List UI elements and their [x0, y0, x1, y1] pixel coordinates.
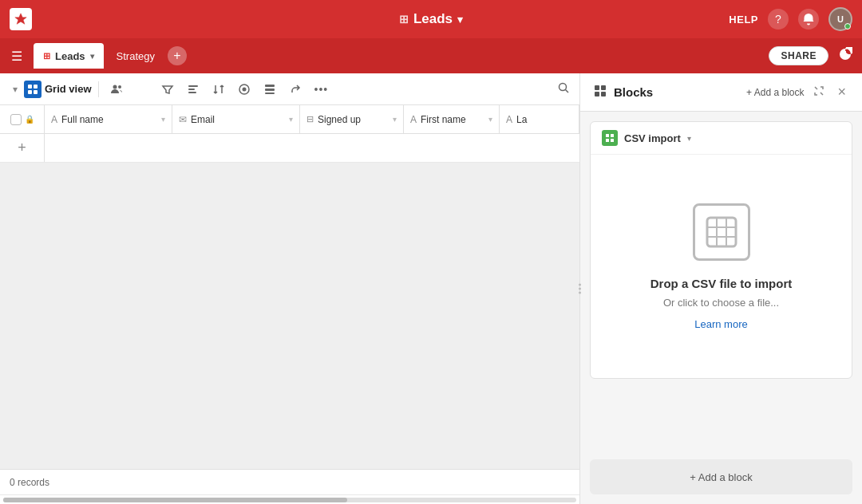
drag-dot — [579, 288, 581, 290]
col-last-label: La — [516, 114, 527, 125]
people-button[interactable] — [105, 80, 128, 99]
svg-rect-22 — [606, 139, 609, 142]
col-email-sort[interactable]: ▾ — [289, 115, 293, 124]
col-full-name-type-icon: A — [51, 114, 57, 125]
col-signed-up-sort[interactable]: ▾ — [393, 115, 397, 124]
col-first-name-label: First name — [421, 114, 466, 125]
drag-dot — [579, 284, 581, 286]
toolbar-separator — [98, 81, 99, 97]
col-first-name-type-icon: A — [410, 114, 417, 125]
scroll-track — [3, 498, 576, 502]
svg-rect-0 — [28, 85, 32, 89]
tab-leads-arrow[interactable]: ▾ — [90, 52, 94, 61]
col-first-name-sort[interactable]: ▾ — [488, 115, 492, 124]
sort-button[interactable] — [208, 80, 230, 99]
grid-bottom: 0 records — [0, 469, 579, 504]
menu-icon[interactable]: ☰ — [6, 44, 27, 69]
add-tab-icon: + — [173, 49, 180, 63]
more-options-button[interactable]: ••• — [310, 80, 334, 99]
svg-rect-6 — [188, 85, 198, 87]
column-full-name[interactable]: A Full name ▾ — [45, 105, 172, 133]
filter-button[interactable] — [156, 80, 179, 99]
add-row-icon[interactable]: + — [18, 140, 26, 156]
top-nav: ⊞ Leads ▾ HELP ? U — [0, 0, 862, 38]
svg-rect-7 — [188, 89, 195, 90]
col-full-name-label: Full name — [61, 114, 104, 125]
col-email-type-icon: ✉ — [179, 114, 187, 125]
column-signed-up[interactable]: ⊟ Signed up ▾ — [300, 105, 404, 133]
add-a-block-header-button[interactable]: + Add a block — [746, 87, 804, 98]
expand-panel-button[interactable] — [810, 82, 828, 102]
csv-card-body[interactable]: Drop a CSV file to import Or click to ch… — [591, 155, 852, 378]
view-collapse-caret[interactable]: ▾ — [10, 81, 21, 98]
col-full-name-sort[interactable]: ▾ — [161, 115, 165, 124]
select-all-checkbox[interactable] — [10, 114, 22, 125]
csv-import-card: CSV import ▾ Drop a CSV file to import — [590, 121, 852, 379]
share-button[interactable]: SHARE — [769, 46, 828, 65]
online-indicator — [844, 23, 851, 30]
row-height-button[interactable] — [259, 80, 281, 99]
csv-card-arrow[interactable]: ▾ — [687, 134, 691, 143]
tab-leads[interactable]: ⊞ Leads ▾ — [34, 43, 104, 69]
tab-bar: ☰ ⊞ Leads ▾ Strategy + SHARE — [0, 38, 862, 73]
tab-strategy[interactable]: Strategy — [107, 45, 164, 67]
add-row-button[interactable]: + — [0, 134, 45, 162]
help-label[interactable]: HELP — [729, 14, 758, 26]
tab-bar-right: SHARE — [769, 44, 856, 68]
svg-rect-8 — [188, 92, 196, 93]
svg-rect-12 — [265, 89, 275, 91]
grid-area: ▾ Grid view — [0, 73, 579, 504]
search-button[interactable] — [557, 81, 570, 97]
share-view-button[interactable] — [284, 80, 306, 99]
notification-icon[interactable] — [798, 9, 819, 30]
help-icon[interactable]: ? — [768, 9, 789, 30]
col-email-label: Email — [191, 114, 215, 125]
svg-rect-21 — [611, 134, 614, 137]
top-nav-right: HELP ? U — [729, 7, 852, 31]
svg-rect-23 — [611, 139, 614, 142]
col-last-type-icon: A — [506, 114, 512, 125]
history-button[interactable] — [835, 44, 856, 68]
user-avatar[interactable]: U — [828, 7, 852, 31]
select-all-column: 🔒 — [0, 105, 45, 133]
empty-row-space — [45, 134, 579, 162]
grid-body: + — [0, 134, 579, 469]
svg-rect-3 — [34, 90, 38, 94]
hide-button[interactable] — [131, 80, 153, 99]
csv-card-header[interactable]: CSV import ▾ — [591, 122, 852, 155]
svg-rect-20 — [606, 134, 609, 137]
csv-learn-more-link[interactable]: Learn more — [694, 318, 747, 330]
view-label: Grid view — [45, 83, 92, 95]
title-dropdown-arrow[interactable]: ▾ — [457, 14, 463, 26]
svg-rect-16 — [595, 85, 599, 90]
scroll-thumb[interactable] — [3, 498, 347, 502]
column-headers: 🔒 A Full name ▾ ✉ Email ▾ ⊟ Signed up ▾ … — [0, 105, 579, 134]
column-first-name[interactable]: A First name ▾ — [404, 105, 500, 133]
svg-rect-1 — [34, 85, 38, 89]
group-button[interactable] — [182, 80, 204, 99]
drag-dot — [579, 292, 581, 294]
resize-handle[interactable] — [576, 284, 583, 294]
tab-leads-label: Leads — [55, 50, 85, 62]
column-last[interactable]: A La — [500, 105, 579, 133]
app-title: Leads — [413, 11, 453, 27]
csv-drop-icon — [693, 203, 750, 261]
blocks-panel: Blocks + Add a block × — [579, 73, 862, 504]
add-tab-button[interactable]: + — [168, 46, 187, 65]
svg-point-10 — [242, 87, 246, 91]
add-block-button[interactable]: + Add a block — [590, 459, 852, 494]
column-email[interactable]: ✉ Email ▾ — [172, 105, 300, 133]
blocks-icon — [593, 84, 607, 100]
color-button[interactable] — [233, 80, 255, 99]
col-signed-up-label: Signed up — [318, 114, 361, 125]
horizontal-scrollbar[interactable] — [0, 494, 579, 504]
close-panel-button[interactable]: × — [834, 81, 849, 104]
lock-icon: 🔒 — [25, 115, 34, 124]
grid-empty-area — [0, 163, 579, 469]
csv-card-icon — [602, 130, 618, 146]
toolbar: ▾ Grid view — [0, 73, 579, 105]
app-title-area: ⊞ Leads ▾ — [399, 11, 463, 27]
svg-rect-18 — [595, 92, 599, 96]
app-logo[interactable] — [10, 8, 32, 30]
record-count: 0 records — [10, 477, 49, 488]
